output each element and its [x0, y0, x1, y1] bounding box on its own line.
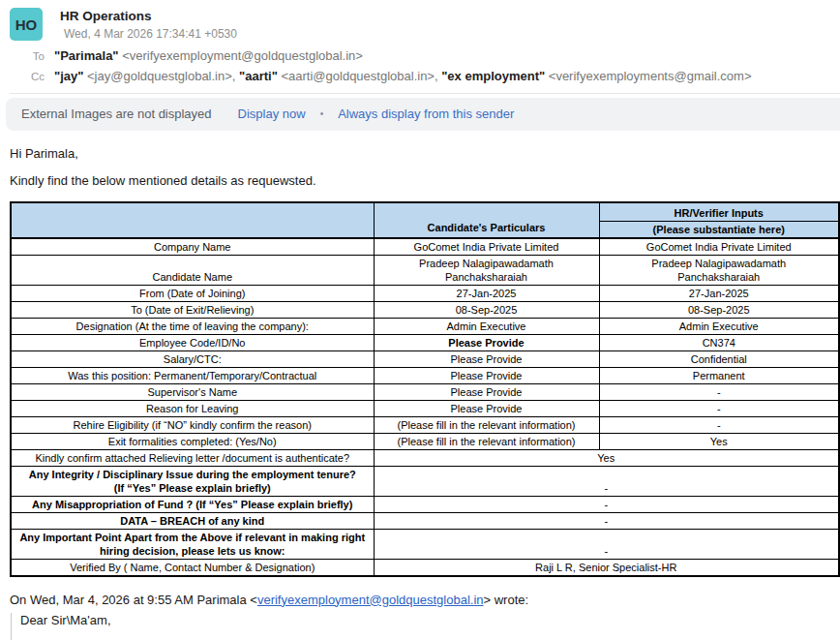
candidate-particulars-cell: (Please fill in the relevant information…: [374, 433, 599, 449]
table-row: Supervisor's NamePlease Provide-: [11, 383, 839, 400]
row-label-cell: Verified By ( Name, Contact Number & Des…: [11, 559, 374, 576]
row-label-cell: Salary/CTC:: [11, 350, 374, 367]
row-label-cell: Exit formalities completed: (Yes/No): [11, 433, 374, 449]
cc-row: Cc "jay" <jay@goldquestglobal.in>, "aart…: [10, 69, 830, 83]
to-row: To "Parimala" <verifyexemployment@goldqu…: [10, 48, 830, 63]
reply-quote-header: On Wed, Mar 4, 2026 at 9:55 AM Parimala …: [10, 593, 830, 607]
hr-verifier-input-cell: 08-Sep-2025: [599, 301, 839, 318]
table-row: Salary/CTC:Please ProvideConfidential: [11, 350, 839, 367]
candidate-particulars-cell: (Please fill in the relevant information…: [374, 416, 599, 433]
header-empty-cell: [11, 202, 374, 238]
candidate-particulars-cell: Please Provide: [374, 367, 599, 383]
table-row: Kindly confirm attached Relieving letter…: [11, 449, 839, 466]
email-body: Hi Parimala, Kindly find the below menti…: [0, 146, 840, 640]
row-label-cell: Any Integrity / Disciplinary Issue durin…: [11, 466, 374, 496]
always-display-link[interactable]: Always display from this sender: [338, 107, 514, 121]
to-recipients: "Parimala" <verifyexemployment@goldquest…: [54, 48, 363, 63]
row-label-cell: Rehire Eligibility (if “NO” kindly confi…: [11, 416, 374, 433]
candidate-particulars-cell: 08-Sep-2025: [374, 301, 599, 318]
greeting-text: Hi Parimala,: [10, 146, 830, 161]
candidate-particulars-cell: Please Provide: [374, 350, 599, 367]
row-label-cell: Any Important Point Apart from the Above…: [11, 529, 374, 559]
table-row: Any Integrity / Disciplinary Issue durin…: [11, 466, 839, 496]
merged-value-cell: -: [374, 512, 839, 529]
candidate-particulars-cell: Pradeep Nalagipawadamath Panchaksharaiah: [374, 255, 599, 285]
recipient[interactable]: "ex employment" <verifyexemployments@gma…: [441, 69, 751, 83]
table-row: Company NameGoComet India Private Limite…: [11, 238, 839, 256]
row-label-cell: Was this position: Permanent/Temporary/C…: [11, 367, 374, 383]
table-row: Was this position: Permanent/Temporary/C…: [11, 367, 839, 383]
table-row: DATA – BREACH of any kind-: [11, 512, 839, 529]
hr-verifier-input-cell: CN374: [599, 334, 839, 350]
table-row: Any Important Point Apart from the Above…: [11, 529, 839, 559]
sender-name: HR Operations: [60, 9, 237, 23]
table-row: Employee Code/ID/NoPlease ProvideCN374: [11, 334, 839, 350]
banner-separator-dot: •: [320, 108, 324, 119]
reply-header-suffix: > wrote:: [484, 593, 529, 607]
hr-verifier-input-cell: -: [599, 416, 839, 433]
table-row: Candidate NamePradeep Nalagipawadamath P…: [11, 255, 839, 285]
row-label-cell: Supervisor's Name: [11, 383, 374, 400]
reply-header-prefix: On Wed, Mar 4, 2026 at 9:55 AM Parimala …: [10, 593, 257, 607]
merged-value-cell: -: [374, 529, 839, 559]
hr-verifier-input-cell: Permanent: [599, 367, 839, 383]
hr-verifier-input-cell: Pradeep Nalagipawadamath Panchaksharaiah: [599, 255, 839, 285]
merged-value-cell: Raji L R, Senior Specialist-HR: [374, 559, 839, 576]
recipient[interactable]: "aarti" <aarti@goldquestglobal.in>: [239, 69, 435, 83]
table-row: Verified By ( Name, Contact Number & Des…: [11, 559, 839, 576]
table-row: From (Date of Joining)27-Jan-202527-Jan-…: [11, 285, 839, 301]
merged-value-cell: -: [374, 466, 839, 496]
to-label: To: [10, 50, 45, 62]
cc-label: Cc: [10, 71, 45, 82]
table-row: Designation (At the time of leaving the …: [11, 318, 839, 334]
hr-verifier-input-cell: Yes: [599, 433, 839, 449]
sender-avatar[interactable]: HO: [10, 8, 43, 41]
row-label-cell: Candidate Name: [11, 255, 374, 285]
candidate-particulars-cell: 27-Jan-2025: [374, 285, 599, 301]
cc-recipients: "jay" <jay@goldquestglobal.in>, "aarti" …: [54, 69, 752, 83]
table-row: Exit formalities completed: (Yes/No)(Ple…: [11, 433, 839, 449]
header-hr-verifier-inputs: HR/Verifier Inputs: [599, 202, 839, 221]
hr-verifier-input-cell: -: [599, 400, 839, 416]
table-row: Reason for LeavingPlease Provide-: [11, 400, 839, 416]
header-divider: [10, 93, 840, 94]
row-label-cell: From (Date of Joining): [11, 285, 374, 301]
row-label-cell: Kindly confirm attached Relieving letter…: [11, 449, 374, 466]
candidate-particulars-cell: Please Provide: [374, 334, 599, 350]
recipients-block: To "Parimala" <verifyexemployment@goldqu…: [10, 48, 830, 83]
candidate-particulars-cell: Please Provide: [374, 400, 599, 416]
candidate-particulars-cell: Please Provide: [374, 383, 599, 400]
row-label-cell: Any Misappropriation of Fund ? (If “Yes”…: [11, 496, 374, 512]
row-label-cell: Designation (At the time of leaving the …: [11, 318, 374, 334]
header-please-substantiate: (Please substantiate here): [599, 221, 839, 238]
table-row: Any Misappropriation of Fund ? (If “Yes”…: [11, 496, 839, 512]
email-header: HO HR Operations Wed, 4 Mar 2026 17:34:4…: [0, 0, 840, 83]
candidate-particulars-cell: GoComet India Private Limited: [374, 238, 599, 256]
candidate-particulars-cell: Admin Executive: [374, 318, 599, 334]
recipient[interactable]: "jay" <jay@goldquestglobal.in>: [54, 69, 232, 83]
hr-verifier-input-cell: Admin Executive: [599, 318, 839, 334]
table-row: To (Date of Exit/Relieving)08-Sep-202508…: [11, 301, 839, 318]
row-label-cell: To (Date of Exit/Relieving): [11, 301, 374, 318]
hr-verifier-input-cell: GoComet India Private Limited: [599, 238, 839, 256]
row-label-cell: Employee Code/ID/No: [11, 334, 374, 350]
external-images-banner: External Images are not displayed Displa…: [6, 98, 840, 131]
email-date: Wed, 4 Mar 2026 17:34:41 +0530: [60, 27, 237, 41]
external-images-message: External Images are not displayed: [21, 107, 212, 121]
row-label-cell: DATA – BREACH of any kind: [11, 512, 374, 529]
merged-value-cell: -: [374, 496, 839, 512]
verification-table: Candidate's Particulars HR/Verifier Inpu…: [10, 201, 840, 577]
recipient[interactable]: "Parimala" <verifyexemployment@goldquest…: [54, 48, 363, 63]
header-candidate-particulars: Candidate's Particulars: [374, 202, 599, 238]
display-now-link[interactable]: Display now: [238, 107, 306, 121]
hr-verifier-input-cell: -: [599, 383, 839, 400]
quoted-message: Dear Sir\Ma'am, Warm Greetings from Gold…: [11, 613, 830, 640]
row-label-cell: Reason for Leaving: [11, 400, 374, 416]
hr-verifier-input-cell: Confidential: [599, 350, 839, 367]
merged-value-cell: Yes: [374, 449, 839, 466]
row-label-cell: Company Name: [11, 238, 374, 256]
hr-verifier-input-cell: 27-Jan-2025: [599, 285, 839, 301]
reply-sender-email-link[interactable]: verifyexemployment@goldquestglobal.in: [257, 593, 484, 607]
intro-text: Kindly find the below mentioned details …: [10, 173, 830, 188]
table-row: Rehire Eligibility (if “NO” kindly confi…: [11, 416, 839, 433]
